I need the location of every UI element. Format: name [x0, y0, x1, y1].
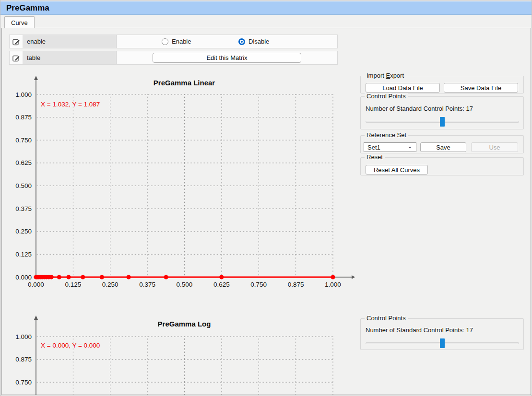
tab-bar: Curve — [0, 15, 532, 28]
svg-text:1.000: 1.000 — [15, 91, 32, 98]
group-import-export-title: Import Export — [365, 72, 406, 79]
enable-radio-group: Enable Disable — [117, 35, 337, 48]
svg-text:1.000: 1.000 — [15, 333, 32, 340]
tab-curve[interactable]: Curve — [4, 16, 35, 28]
chart-pregamma-log[interactable]: PreGamma Log X = 0.000, Y = 0.000 1.0000… — [9, 312, 359, 395]
svg-text:0.125: 0.125 — [65, 281, 81, 288]
svg-text:0.625: 0.625 — [213, 281, 230, 288]
edit-matrix-button[interactable]: Edit this Matrix — [153, 53, 301, 63]
property-label-table-text: table — [27, 54, 40, 61]
save-data-file-button[interactable]: Save Data File — [444, 83, 518, 93]
svg-text:0.875: 0.875 — [288, 281, 304, 288]
svg-text:0.000: 0.000 — [15, 274, 32, 281]
svg-text:0.250: 0.250 — [102, 281, 118, 288]
chart-canvas-linear[interactable]: 1.0000.8750.7500.6250.5000.3750.2500.125… — [9, 73, 359, 300]
svg-text:0.500: 0.500 — [15, 182, 32, 189]
group-reference-set: Reference Set Set1 ⌄ Save Use — [360, 135, 524, 153]
group-control-points-bottom-title: Control Points — [365, 314, 408, 322]
window-titlebar: PreGamma — [0, 1, 532, 15]
property-label-table: table — [23, 51, 117, 64]
svg-text:1.000: 1.000 — [325, 281, 341, 288]
pregamma-window: PreGamma Curve enable Enable Disable — [0, 0, 532, 396]
reference-set-dropdown[interactable]: Set1 ⌄ — [364, 142, 416, 152]
chevron-down-icon: ⌄ — [407, 144, 413, 148]
property-label-enable: enable — [23, 35, 117, 48]
slider-thumb[interactable] — [440, 117, 445, 127]
group-control-points-top: Control Points Number of Standard Contro… — [360, 96, 524, 129]
svg-text:0.500: 0.500 — [177, 281, 193, 288]
chart-canvas-log[interactable]: 1.0000.8750.750 — [9, 312, 359, 395]
reference-set-save-button[interactable]: Save — [420, 142, 466, 152]
reset-all-curves-button[interactable]: Reset All Curves — [366, 165, 428, 175]
radio-enable[interactable]: Enable — [162, 35, 191, 48]
tab-curve-label: Curve — [11, 19, 28, 26]
table-controls: Edit this Matrix — [117, 51, 337, 64]
property-label-enable-text: enable — [27, 38, 46, 45]
svg-text:0.375: 0.375 — [139, 281, 155, 288]
reference-set-use-button[interactable]: Use — [471, 142, 518, 152]
property-row-table: table Edit this Matrix — [9, 51, 338, 65]
control-points-slider-bottom[interactable] — [366, 338, 519, 348]
load-data-file-button[interactable]: Load Data File — [366, 83, 440, 93]
reference-set-value: Set1 — [367, 144, 380, 151]
slider-thumb[interactable] — [440, 338, 445, 348]
radio-disable-label: Disable — [248, 38, 269, 45]
radio-enable-label: Enable — [172, 38, 191, 45]
group-control-points-bottom: Control Points Number of Standard Contro… — [360, 318, 524, 350]
edit-icon[interactable] — [10, 51, 23, 64]
group-import-export: Import Export Load Data File Save Data F… — [360, 76, 524, 93]
radio-enable-circle[interactable] — [162, 38, 168, 45]
control-points-count-label: Number of Standard Control Points: 17 — [366, 326, 473, 334]
radio-disable[interactable]: Disable — [238, 35, 269, 48]
edit-pencil-icon — [12, 54, 20, 62]
svg-text:0.750: 0.750 — [15, 137, 32, 144]
window-title: PreGamma — [6, 3, 49, 13]
svg-text:0.625: 0.625 — [15, 159, 32, 166]
group-reset: Reset Reset All Curves — [360, 157, 524, 175]
svg-text:0.375: 0.375 — [15, 205, 32, 212]
svg-text:0.125: 0.125 — [15, 251, 32, 258]
property-row-enable: enable Enable Disable — [9, 35, 338, 48]
svg-text:0.250: 0.250 — [15, 228, 32, 235]
control-points-count-label: Number of Standard Control Points: 17 — [366, 105, 473, 112]
svg-text:0.750: 0.750 — [250, 281, 267, 288]
svg-text:0.750: 0.750 — [15, 379, 32, 386]
edit-icon[interactable] — [10, 35, 23, 48]
svg-text:0.000: 0.000 — [28, 281, 44, 288]
group-reset-title: Reset — [365, 153, 385, 161]
svg-text:0.875: 0.875 — [15, 356, 32, 363]
chart-pregamma-linear[interactable]: PreGamma Linear X = 1.032, Y = 1.087 1.0… — [9, 73, 359, 300]
radio-disable-circle[interactable] — [238, 38, 245, 45]
control-points-slider-top[interactable] — [366, 117, 519, 127]
group-reference-set-title: Reference Set — [365, 131, 408, 139]
edit-pencil-icon — [12, 38, 20, 46]
svg-text:0.875: 0.875 — [15, 114, 32, 121]
group-control-points-top-title: Control Points — [365, 93, 408, 100]
